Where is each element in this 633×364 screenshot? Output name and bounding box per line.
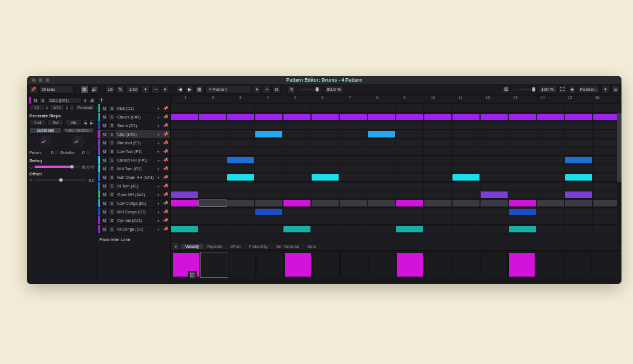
step-cell[interactable] [481,226,508,232]
step-cell[interactable] [199,157,227,163]
step-cell[interactable] [255,166,283,172]
lane-speaker-icon[interactable]: 📣 [89,97,94,104]
step-cell[interactable] [424,200,452,206]
step-cell[interactable] [368,200,396,206]
step-cell[interactable] [481,166,508,172]
step-cell[interactable] [424,148,452,155]
direction-select[interactable]: Forward [75,105,95,111]
lane-menu-dropdown[interactable]: ▾ [158,106,162,110]
grid-row[interactable] [171,225,622,233]
step-cell[interactable] [509,183,536,189]
lane-dropdown[interactable]: ▾ [83,97,88,104]
step-cell[interactable] [283,209,311,215]
lane-solo-button[interactable]: S [109,183,115,189]
step-cell[interactable] [452,140,480,146]
step-cell[interactable] [255,140,283,146]
step-cell[interactable] [565,217,593,224]
lane-solo-button[interactable]: S [109,131,115,137]
step-cell[interactable] [424,191,452,198]
velocity-cell[interactable] [201,252,228,277]
step-cell[interactable] [227,131,255,137]
step-cell[interactable] [424,131,452,137]
minimize-icon[interactable] [39,78,43,82]
maximize-icon[interactable] [45,78,49,82]
swing-slider[interactable] [298,89,321,90]
grid-row[interactable] [171,208,622,216]
step-cell[interactable] [255,131,283,137]
step-cell[interactable] [368,209,396,215]
track-name-input[interactable] [39,86,74,94]
step-cell[interactable] [452,166,480,172]
step-cell[interactable] [340,174,367,181]
step-cell[interactable] [255,183,283,189]
lane-mute-button[interactable]: M [101,105,108,112]
velocity-cell[interactable] [340,252,368,277]
step-cell[interactable] [537,183,565,189]
step-cell[interactable] [424,122,452,129]
lane-menu-dropdown[interactable]: ▾ [158,158,162,162]
step-cell[interactable] [396,157,424,163]
lane-preview-icon[interactable]: 📣 [163,175,169,179]
step-cell[interactable] [227,209,255,215]
lane-preview-icon[interactable]: 📣 [163,149,169,154]
step-cell[interactable] [537,217,565,224]
grid-row[interactable] [171,147,622,156]
step-cell[interactable] [227,183,255,189]
step-cell[interactable] [199,122,227,129]
step-cell[interactable] [537,191,565,198]
step-cell[interactable] [227,122,255,129]
lane-menu-dropdown[interactable]: ▾ [158,124,162,128]
step-cell[interactable] [312,166,339,172]
lane-row[interactable]: M S Half Open HH (G#1) ▾ 📣 [97,173,170,182]
step-cell[interactable] [368,140,396,146]
grid-row[interactable] [171,104,622,113]
step-cell[interactable] [396,217,424,224]
step-cell[interactable] [565,191,593,198]
step-cell[interactable] [199,226,227,232]
step-cell[interactable] [537,122,565,129]
step-cell[interactable] [396,226,424,232]
lane-menu-dropdown[interactable]: ▾ [158,219,162,223]
grid-row[interactable] [171,139,622,147]
step-cell[interactable] [199,191,227,198]
lane-menu-dropdown[interactable]: ▾ [158,141,162,145]
step-cell[interactable] [255,191,283,198]
param-tab-probability[interactable]: Probability [245,244,272,249]
step-cell[interactable] [340,140,367,146]
step-cell[interactable] [396,200,424,206]
step-cell[interactable] [396,148,424,155]
step-cell[interactable] [312,191,339,198]
step-cell[interactable] [509,105,536,112]
step-cell[interactable] [565,148,593,155]
lane-preview-icon[interactable]: 📣 [163,209,169,214]
step-cell[interactable] [283,114,311,120]
lane-preview-icon[interactable]: 📣 [163,183,169,188]
step-cell[interactable] [171,105,198,112]
step-cell[interactable] [452,174,480,181]
step-cell[interactable] [481,148,508,155]
step-cell[interactable] [424,166,452,172]
lane-row[interactable]: M S Snare (D1) ▾ 📣 [97,121,170,130]
step-cell[interactable] [452,131,480,137]
step-cell[interactable] [537,174,565,181]
mute-button[interactable]: M [32,97,39,104]
collapse-icon[interactable]: ⇲ [611,86,619,94]
lane-row[interactable]: M S Open HH (A#1) ▾ 📣 [97,190,170,199]
step-cell[interactable] [537,105,565,112]
step-cell[interactable] [255,157,283,163]
lane-solo-button[interactable]: S [109,140,115,146]
step-cell[interactable] [509,140,536,146]
step-cell[interactable] [509,217,536,224]
lane-preview-icon[interactable]: 📣 [163,132,169,136]
add-lane-button[interactable]: + [97,95,170,104]
step-cell[interactable] [171,131,198,137]
step-cell[interactable] [227,166,255,172]
lane-solo-button[interactable]: S [109,209,115,215]
step-cell[interactable] [424,140,452,146]
step-count-select[interactable]: 16 [29,105,44,111]
velocity-cell[interactable] [256,252,284,277]
step-cell[interactable] [312,148,339,155]
step-cell[interactable] [481,183,508,189]
step-cell[interactable] [481,157,508,163]
mode-tab-randomization[interactable]: Randomization [63,127,95,133]
